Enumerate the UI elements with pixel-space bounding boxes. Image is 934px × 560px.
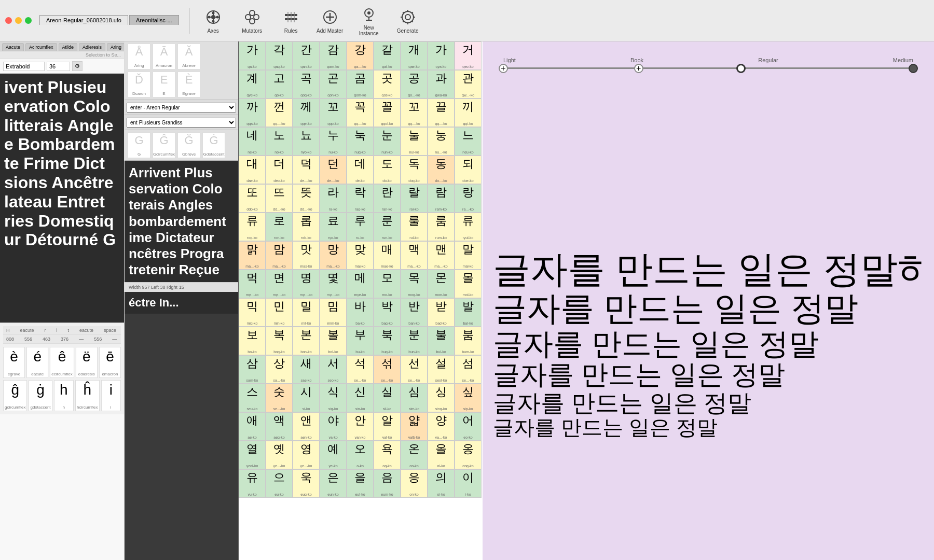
- korean-cell-13-0[interactable]: 애ae-ko: [239, 412, 266, 441]
- korean-cell-2-1[interactable]: 껀gg...-ko: [266, 99, 293, 127]
- axis-dot-medium[interactable]: [909, 64, 918, 73]
- korean-cell-7-4[interactable]: 맞maj-ko: [347, 241, 374, 270]
- korean-cell-0-8[interactable]: 거geo-ko: [455, 41, 482, 70]
- glyph-tab-aring[interactable]: Aring: [107, 43, 124, 51]
- korean-cell-6-2[interactable]: 롭rob-ko: [293, 213, 320, 241]
- font-settings-button[interactable]: ⚙: [72, 61, 83, 71]
- add-master-button[interactable]: Add Master: [312, 2, 348, 39]
- style-dropdown[interactable]: ent Plusieurs Grandiss: [127, 118, 236, 128]
- maximize-button[interactable]: [25, 17, 32, 24]
- generate-button[interactable]: Generate: [390, 2, 426, 39]
- korean-cell-11-3[interactable]: 서seo-ko: [320, 355, 347, 384]
- korean-cell-8-0[interactable]: 먹my...-ko: [239, 270, 266, 298]
- korean-cell-12-4[interactable]: 신sin-ko: [347, 384, 374, 412]
- korean-cell-15-3[interactable]: 은eun-ko: [320, 469, 347, 498]
- korean-cell-10-5[interactable]: 북bug-ko: [374, 327, 401, 355]
- korean-cell-10-0[interactable]: 보bo-ko: [239, 327, 266, 355]
- glyph-Abreve[interactable]: Ă Abreve: [177, 44, 200, 69]
- korean-cell-11-8[interactable]: 섬se...-ko: [455, 355, 482, 384]
- korean-cell-8-1[interactable]: 면my...-ko: [266, 270, 293, 298]
- korean-cell-10-7[interactable]: 불bul-ko: [428, 327, 455, 355]
- korean-cell-1-0[interactable]: 계gye-ko: [239, 70, 266, 99]
- korean-cell-6-6[interactable]: 룰rul-ko: [401, 213, 428, 241]
- glyph-cell-emacron[interactable]: ē emacron: [99, 347, 121, 378]
- korean-cell-13-6[interactable]: 얇yalb-ko: [401, 412, 428, 441]
- glyph-Gdotaccent[interactable]: Ġ Gdotaccent: [202, 132, 225, 158]
- korean-cell-8-8[interactable]: 몰mol-ko: [455, 270, 482, 298]
- korean-cell-12-1[interactable]: 숫se...-ko: [266, 384, 293, 412]
- glyph-Amacron[interactable]: Ā Amacron: [153, 44, 175, 69]
- korean-cell-9-2[interactable]: 밀mil-ko: [293, 298, 320, 327]
- korean-cell-1-2[interactable]: 곡gog-ko: [293, 70, 320, 99]
- korean-cell-6-0[interactable]: 류rog-ko: [239, 213, 266, 241]
- korean-cell-2-7[interactable]: 끌gg...-ko: [428, 99, 455, 127]
- korean-cell-0-1[interactable]: 각gag-ko: [266, 41, 293, 70]
- korean-cell-14-1[interactable]: 옛ye...-ko: [266, 441, 293, 469]
- korean-cell-2-8[interactable]: 끼ggi-ko: [455, 99, 482, 127]
- korean-cell-4-3[interactable]: 던de...-ko: [320, 156, 347, 184]
- glyph-cell-edieresis[interactable]: ë edieresis: [76, 347, 98, 378]
- korean-cell-5-6[interactable]: 랄rai-ko: [401, 184, 428, 213]
- korean-cell-11-5[interactable]: 섞se...-ko: [374, 355, 401, 384]
- korean-cell-14-3[interactable]: 예ye-ko: [320, 441, 347, 469]
- korean-cell-14-4[interactable]: 오o-ko: [347, 441, 374, 469]
- glyph-Gbreve[interactable]: Ğ Gbreve: [177, 132, 200, 158]
- korean-cell-3-6[interactable]: 눌nul-ko: [401, 127, 428, 156]
- korean-cell-0-3[interactable]: 감gam-ko: [320, 41, 347, 70]
- korean-cell-5-2[interactable]: 뜻dd...-ko: [293, 184, 320, 213]
- korean-cell-11-0[interactable]: 삼sam-ko: [239, 355, 266, 384]
- korean-cell-10-4[interactable]: 부bu-ko: [347, 327, 374, 355]
- korean-cell-15-4[interactable]: 을eul-ko: [347, 469, 374, 498]
- korean-cell-9-7[interactable]: 받bad-ko: [428, 298, 455, 327]
- korean-cell-15-7[interactable]: 의oi-ko: [428, 469, 455, 498]
- glyph-cell-i[interactable]: i i: [101, 380, 121, 411]
- korean-cell-1-1[interactable]: 고go-ko: [266, 70, 293, 99]
- korean-cell-9-1[interactable]: 민min-ko: [266, 298, 293, 327]
- glyph-cell-ecircumflex[interactable]: ê ecircumflex: [50, 347, 74, 378]
- glyph-cell-gcircumflex[interactable]: ĝ gcircumflex: [3, 380, 27, 411]
- font-size-input[interactable]: [47, 62, 70, 71]
- korean-cell-8-7[interactable]: 몬mon-ko: [428, 270, 455, 298]
- korean-cell-9-3[interactable]: 밈mim-ko: [320, 298, 347, 327]
- korean-cell-0-7[interactable]: 가gya-ko: [428, 41, 455, 70]
- korean-cell-9-4[interactable]: 바ba-ko: [347, 298, 374, 327]
- korean-cell-1-6[interactable]: 공go...-ko: [401, 70, 428, 99]
- korean-cell-12-3[interactable]: 식sig-ko: [320, 384, 347, 412]
- korean-cell-2-6[interactable]: 꼬gg...-ko: [401, 99, 428, 127]
- korean-cell-4-8[interactable]: 되doe-ko: [455, 156, 482, 184]
- mutators-button[interactable]: Mutators: [234, 2, 270, 39]
- korean-cell-8-3[interactable]: 몇my...-ko: [320, 270, 347, 298]
- korean-cell-12-7[interactable]: 싱sing-ko: [428, 384, 455, 412]
- korean-cell-3-3[interactable]: 누nu-ko: [320, 127, 347, 156]
- glyph-cell-gdotaccent[interactable]: ġ gdotaccent: [29, 380, 52, 411]
- glyph-Aring[interactable]: Å Aring: [128, 44, 150, 69]
- glyph-cell-eacute[interactable]: é eacute: [26, 347, 48, 378]
- korean-cell-9-6[interactable]: 반ban-ko: [401, 298, 428, 327]
- korean-cell-5-3[interactable]: 라ra-ko: [320, 184, 347, 213]
- korean-cell-3-2[interactable]: 뇨nyo-ko: [293, 127, 320, 156]
- korean-cell-9-0[interactable]: 믹mig-ko: [239, 298, 266, 327]
- korean-cell-8-4[interactable]: 메mye-ko: [347, 270, 374, 298]
- korean-cell-0-4[interactable]: 강ga...-ko: [347, 41, 374, 70]
- axis-dot-regular[interactable]: [736, 64, 746, 73]
- new-instance-button[interactable]: New Instance: [351, 2, 387, 39]
- korean-cell-2-2[interactable]: 께gge-ko: [293, 99, 320, 127]
- korean-cell-15-2[interactable]: 욱eug-ko: [293, 469, 320, 498]
- close-button[interactable]: [5, 17, 12, 24]
- korean-cell-6-5[interactable]: 룬run-ko: [374, 213, 401, 241]
- glyph-G[interactable]: G G: [128, 132, 150, 158]
- korean-cell-13-7[interactable]: 양ya...-ko: [428, 412, 455, 441]
- korean-cell-3-5[interactable]: 눈nun-ko: [374, 127, 401, 156]
- korean-cell-3-1[interactable]: 노no-ko: [266, 127, 293, 156]
- korean-cell-13-3[interactable]: 야ya-ko: [320, 412, 347, 441]
- korean-cell-6-1[interactable]: 로ron-ko: [266, 213, 293, 241]
- korean-cell-7-0[interactable]: 맑ma...-ko: [239, 241, 266, 270]
- korean-cell-5-7[interactable]: 람ram-ko: [428, 184, 455, 213]
- glyph-Egrave[interactable]: È Egrave: [177, 72, 200, 97]
- korean-cell-13-8[interactable]: 어eo-ko: [455, 412, 482, 441]
- korean-cell-1-3[interactable]: 곤gon-ko: [320, 70, 347, 99]
- glyph-cell-egrave[interactable]: è egrave: [3, 347, 25, 378]
- korean-cell-0-0[interactable]: 가ga-ko: [239, 41, 266, 70]
- korean-cell-0-6[interactable]: 개gae-ko: [401, 41, 428, 70]
- korean-cell-4-0[interactable]: 대dae-ko: [239, 156, 266, 184]
